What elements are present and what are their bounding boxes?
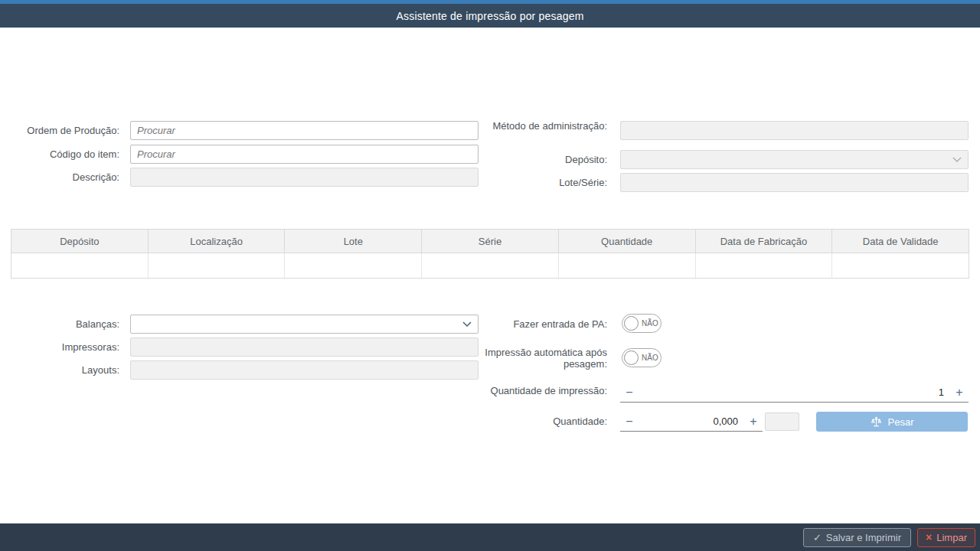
table-cell: [832, 253, 969, 278]
table-cell: [422, 253, 559, 278]
impressao-automatica-toggle[interactable]: NÃO: [622, 348, 662, 367]
label-deposito: Depósito:: [482, 154, 607, 165]
column-header-quantidade: Quantidade: [559, 230, 696, 253]
chevron-down-icon: [952, 157, 962, 162]
toggle-handle: [624, 350, 639, 365]
label-quantidade: Quantidade:: [482, 416, 607, 427]
quantidade-impressao-stepper: − 1 +: [620, 383, 969, 403]
table-row: [11, 253, 969, 278]
label-balancas: Balanças:: [0, 318, 119, 330]
impressoras-input: [130, 337, 479, 357]
table-cell: [149, 253, 286, 278]
label-ordem-producao: Ordem de Produção:: [0, 125, 119, 136]
plus-icon[interactable]: +: [950, 386, 969, 399]
column-header-lote: Lote: [285, 230, 422, 253]
limpar-button[interactable]: × Limpar: [917, 528, 975, 547]
label-quantidade-impressao: Quantidade de impressão:: [482, 385, 607, 396]
descricao-input: [130, 168, 479, 187]
label-metodo-administracao: Método de administração:: [482, 120, 607, 132]
toggle-state-label: NÃO: [642, 319, 658, 328]
label-impressao-automatica: Impressão automática após pesagem:: [482, 347, 607, 370]
balancas-select[interactable]: [130, 315, 479, 334]
label-fazer-entrada-pa: Fazer entrada de PA:: [482, 318, 607, 330]
toggle-handle: [624, 316, 639, 331]
page-title: Assistente de impressão por pesagem: [396, 10, 583, 22]
table-cell: [559, 253, 696, 278]
deposito-select: [620, 150, 969, 169]
limpar-label: Limpar: [936, 532, 967, 543]
quantidade-value[interactable]: 0,000: [639, 416, 744, 427]
label-layouts: Layouts:: [0, 364, 119, 376]
weighing-print-assistant-window: Assistente de impressão por pesagem Orde…: [0, 0, 980, 551]
plus-icon[interactable]: +: [744, 415, 763, 429]
label-descricao: Descrição:: [0, 171, 119, 183]
column-header-serie: Série: [422, 230, 559, 253]
table-header-row: Depósito Localização Lote Série Quantida…: [11, 230, 969, 253]
label-lote-serie: Lote/Série:: [482, 177, 607, 188]
label-codigo-item: Código do item:: [0, 148, 119, 160]
fazer-entrada-pa-toggle[interactable]: NÃO: [622, 314, 662, 333]
column-header-deposito: Depósito: [11, 230, 149, 253]
unit-field: [765, 412, 799, 431]
column-header-localizacao: Localização: [149, 230, 286, 253]
codigo-item-input[interactable]: [130, 145, 479, 164]
toggle-state-label: NÃO: [642, 354, 658, 362]
pesar-label: Pesar: [888, 416, 914, 428]
footer-bar: ✓ Salvar e Imprimir × Limpar: [0, 523, 980, 551]
salvar-imprimir-button[interactable]: ✓ Salvar e Imprimir: [803, 528, 911, 547]
check-icon: ✓: [813, 532, 822, 543]
stock-table: Depósito Localização Lote Série Quantida…: [11, 229, 969, 279]
close-icon: ×: [926, 531, 932, 543]
table-cell: [11, 253, 149, 278]
minus-icon[interactable]: −: [620, 415, 639, 429]
salvar-imprimir-label: Salvar e Imprimir: [826, 532, 901, 543]
label-impressoras: Impressoras:: [0, 341, 119, 353]
column-header-data-fabricacao: Data de Fabricação: [696, 230, 833, 253]
quantidade-stepper: − 0,000 +: [620, 412, 763, 432]
chevron-down-icon: [462, 321, 472, 327]
minus-icon[interactable]: −: [620, 386, 639, 399]
column-header-data-validade: Data de Validade: [832, 230, 969, 253]
scale-icon: [871, 416, 882, 428]
table-cell: [285, 253, 422, 278]
ordem-producao-input[interactable]: [130, 121, 479, 140]
layouts-input: [130, 360, 479, 380]
metodo-administracao-input: [620, 121, 969, 140]
table-cell: [696, 253, 833, 278]
app-header: Assistente de impressão por pesagem: [0, 4, 980, 28]
lote-serie-input: [620, 173, 969, 192]
quantidade-impressao-value[interactable]: 1: [639, 386, 950, 398]
pesar-button[interactable]: Pesar: [816, 412, 968, 432]
